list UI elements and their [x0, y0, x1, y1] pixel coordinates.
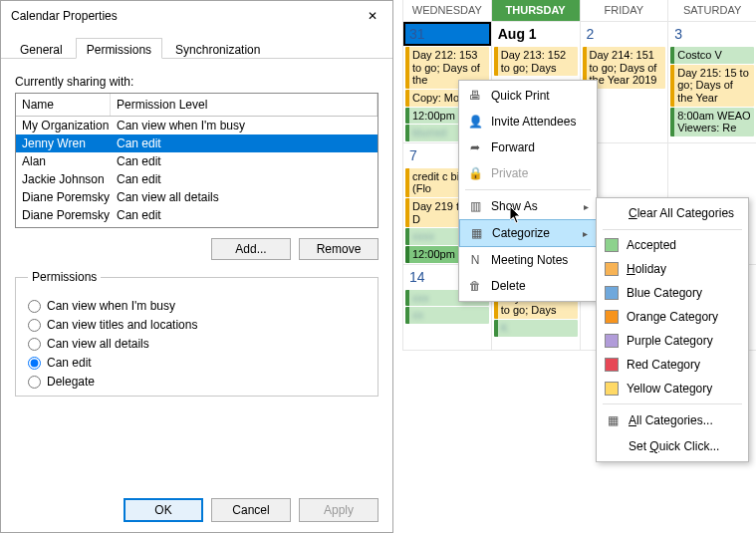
menu-item[interactable]: Accepted: [597, 233, 748, 257]
calendar-event[interactable]: Day 213: 152 to go; Days: [494, 47, 578, 76]
busy-icon: ▥: [467, 198, 483, 214]
day-header: SATURDAY: [667, 0, 756, 22]
person-icon: 👤: [467, 114, 483, 130]
category-swatch: [605, 262, 619, 276]
calendar-event[interactable]: 8:00am WEAO Viewers: Re: [670, 108, 754, 136]
menu-item[interactable]: 🖶Quick Print: [459, 83, 597, 109]
perm-option[interactable]: Can view all details: [28, 337, 366, 351]
tab-general[interactable]: General: [9, 38, 74, 59]
note-icon: N: [467, 252, 483, 268]
tab-permissions[interactable]: Permissions: [76, 38, 162, 59]
category-swatch: [605, 382, 619, 396]
tab-synchronization[interactable]: Synchronization: [164, 38, 271, 59]
menu-item[interactable]: ▥Show As: [459, 193, 597, 219]
menu-item[interactable]: 👤Invite Attendees: [459, 109, 597, 134]
calendar-properties-dialog: Calendar Properties ✕ General Permission…: [0, 0, 393, 533]
sharing-row[interactable]: Jenny WrenCan edit: [16, 134, 378, 152]
menu-item[interactable]: ▦Categorize: [459, 219, 597, 247]
calendar-event[interactable]: K: [494, 320, 578, 337]
permissions-fieldset: Permissions Can view when I'm busyCan vi…: [15, 270, 378, 397]
fwd-icon: ➦: [467, 139, 483, 155]
cat-icon: ▦: [468, 225, 484, 241]
context-menu: 🖶Quick Print👤Invite Attendees➦Forward🔒Pr…: [458, 80, 598, 302]
day-cell[interactable]: 3Costco VDay 215: 15 to go; Days of the …: [667, 22, 756, 142]
perm-option[interactable]: Delegate: [28, 375, 366, 389]
menu-item[interactable]: Blue Category: [597, 281, 748, 305]
dialog-title: Calendar Properties: [11, 9, 118, 23]
menu-item[interactable]: 🗑Delete: [459, 273, 597, 299]
cancel-button[interactable]: Cancel: [211, 498, 291, 522]
menu-item[interactable]: ▦All Categories...: [597, 407, 748, 433]
lock-icon: 🔒: [467, 165, 483, 181]
ok-button[interactable]: OK: [124, 498, 203, 522]
add-button[interactable]: Add...: [211, 238, 291, 260]
category-swatch: [605, 310, 619, 324]
titlebar: Calendar Properties ✕: [1, 1, 392, 31]
day-header: THURSDAY: [491, 0, 580, 22]
sharing-row[interactable]: Diane PoremskyCan view all details: [16, 188, 378, 206]
menu-item[interactable]: Set Quick Click...: [597, 433, 748, 459]
sharing-row[interactable]: Jackie JohnsonCan edit: [16, 170, 378, 188]
day-header: WEDNESDAY: [402, 0, 491, 22]
sharing-row[interactable]: AlanCan edit: [16, 152, 378, 170]
permissions-legend: Permissions: [28, 270, 101, 284]
sharing-grid[interactable]: Name Permission Level My OrganizationCan…: [15, 93, 378, 228]
menu-item[interactable]: Clear All Categories: [597, 200, 748, 226]
menu-item[interactable]: Purple Category: [597, 329, 748, 353]
tab-strip: General Permissions Synchronization: [1, 31, 392, 59]
category-swatch: [605, 286, 619, 300]
category-swatch: [605, 334, 619, 348]
printer-icon: 🖶: [467, 88, 483, 104]
category-swatch: [605, 238, 619, 252]
sharing-row[interactable]: My OrganizationCan view when I'm busy: [16, 117, 378, 134]
sharing-row[interactable]: Diane PoremskyCan edit: [16, 206, 378, 224]
calendar-event[interactable]: xx: [405, 307, 489, 324]
close-icon[interactable]: ✕: [353, 1, 392, 31]
perm-option[interactable]: Can view titles and locations: [28, 318, 366, 332]
menu-item[interactable]: Red Category: [597, 353, 748, 377]
menu-item: 🔒Private: [459, 160, 597, 186]
trash-icon: 🗑: [467, 278, 483, 294]
calendar-event[interactable]: Day 215: 15 to go; Days of the Year: [670, 65, 754, 107]
col-permission[interactable]: Permission Level: [111, 94, 378, 116]
menu-item[interactable]: Holiday: [597, 257, 748, 281]
menu-item[interactable]: Yellow Category: [597, 377, 748, 400]
categorize-submenu: Clear All CategoriesAcceptedHolidayBlue …: [596, 197, 749, 462]
sharing-label: Currently sharing with:: [15, 75, 378, 89]
menu-item[interactable]: NMeeting Notes: [459, 247, 597, 273]
cat-icon: ▦: [605, 412, 621, 428]
menu-item[interactable]: ➦Forward: [459, 134, 597, 160]
menu-item[interactable]: Orange Category: [597, 305, 748, 329]
apply-button[interactable]: Apply: [299, 498, 378, 522]
col-name[interactable]: Name: [16, 94, 111, 116]
perm-option[interactable]: Can view when I'm busy: [28, 299, 366, 313]
day-header: FRIDAY: [580, 0, 668, 22]
calendar-event[interactable]: Costco V: [670, 47, 754, 64]
category-swatch: [605, 358, 619, 372]
remove-button[interactable]: Remove: [299, 238, 378, 260]
perm-option[interactable]: Can edit: [28, 356, 366, 370]
